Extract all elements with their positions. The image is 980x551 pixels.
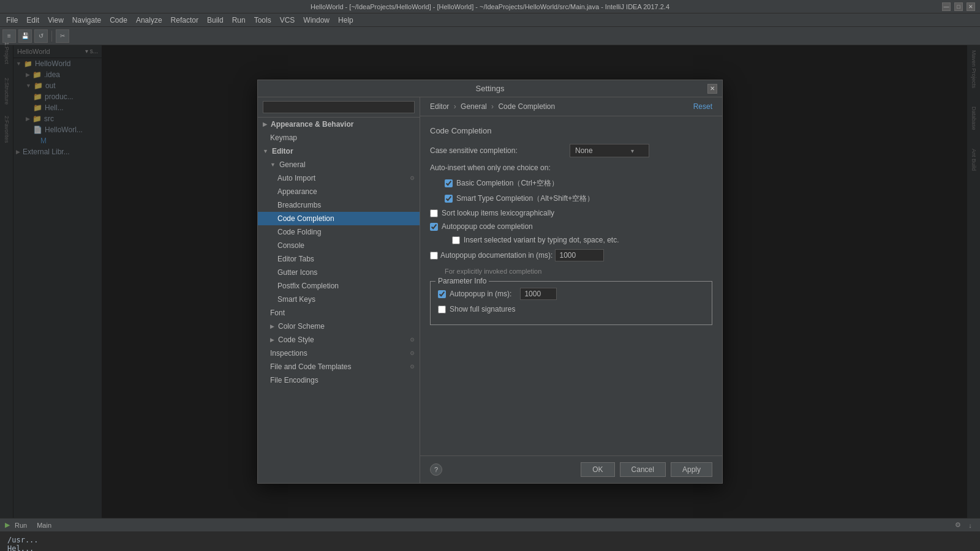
nav-item-keymap[interactable]: Keymap bbox=[258, 131, 420, 144]
nav-arrow-appearance: ▶ bbox=[263, 121, 267, 127]
smart-completion-row: Smart Type Completion（Alt+Shift+空格） bbox=[430, 193, 712, 204]
toolbar-btn-2[interactable]: 💾 bbox=[18, 29, 32, 43]
maximize-icon: □ bbox=[957, 4, 960, 10]
nav-item-appearance[interactable]: ▶ Appearance & Behavior bbox=[258, 118, 420, 131]
nav-item-editor[interactable]: ▼ Editor bbox=[258, 144, 420, 158]
autopopup-doc-input[interactable] bbox=[555, 249, 604, 261]
nav-item-gutter-icons[interactable]: Gutter Icons bbox=[258, 266, 420, 279]
parameter-info-box: Parameter Info Autopopup in (ms): Show f… bbox=[430, 281, 712, 325]
toolbar: ≡ 💾 ↺ ✂ bbox=[0, 27, 980, 45]
nav-label-editor-tabs: Editor Tabs bbox=[277, 255, 314, 263]
auto-insert-row: Auto-insert when only one choice on: bbox=[430, 163, 712, 172]
settings-search-input[interactable] bbox=[263, 101, 415, 113]
menu-file[interactable]: File bbox=[2, 15, 21, 26]
run-play-icon: ▶ bbox=[5, 521, 10, 529]
cancel-button[interactable]: Cancel bbox=[620, 462, 666, 477]
basic-completion-label: Basic Completion（Ctrl+空格） bbox=[456, 178, 559, 189]
nav-item-smart-keys[interactable]: Smart Keys bbox=[258, 293, 420, 306]
search-container bbox=[258, 97, 420, 118]
nav-label-editor: Editor bbox=[272, 147, 293, 156]
nav-item-editor-tabs[interactable]: Editor Tabs bbox=[258, 252, 420, 266]
maximize-button[interactable]: □ bbox=[954, 2, 963, 11]
basic-completion-checkbox[interactable] bbox=[445, 179, 453, 187]
nav-item-inspections[interactable]: Inspections ⚙ bbox=[258, 347, 420, 360]
reset-button[interactable]: Reset bbox=[693, 102, 712, 111]
menu-build[interactable]: Build bbox=[203, 15, 227, 26]
nav-arrow-general: ▼ bbox=[270, 162, 276, 168]
autopopup-doc-label: Autopopup documentation in (ms): bbox=[440, 251, 552, 260]
breadcrumb-editor: Editor bbox=[430, 102, 449, 111]
param-autopopup-checkbox[interactable] bbox=[438, 290, 446, 298]
breadcrumb-code-completion: Code Completion bbox=[498, 102, 555, 111]
param-autopopup-label: Autopopup in (ms): bbox=[450, 290, 511, 298]
nav-label-smart-keys: Smart Keys bbox=[277, 295, 315, 304]
breadcrumb-text: Editor › General › Code Completion bbox=[430, 102, 555, 111]
show-full-sig-row: Show full signatures bbox=[438, 305, 704, 313]
autopopup-doc-checkbox[interactable] bbox=[430, 252, 438, 260]
minimize-button[interactable]: — bbox=[942, 2, 951, 11]
menu-navigate[interactable]: Navigate bbox=[69, 15, 105, 26]
menu-code[interactable]: Code bbox=[106, 15, 131, 26]
run-gear-button[interactable]: ⚙ bbox=[953, 520, 963, 530]
param-autopopup-input[interactable] bbox=[520, 288, 557, 300]
menu-refactor[interactable]: Refactor bbox=[167, 15, 202, 26]
nav-gear-file-templates: ⚙ bbox=[410, 364, 415, 370]
autopopup-checkbox[interactable] bbox=[430, 223, 438, 231]
menu-help[interactable]: Help bbox=[334, 15, 357, 26]
menu-window[interactable]: Window bbox=[300, 15, 333, 26]
nav-label-appearance: Appearance & Behavior bbox=[271, 120, 353, 129]
run-download-button[interactable]: ↓ bbox=[965, 520, 975, 530]
menu-edit[interactable]: Edit bbox=[23, 15, 43, 26]
nav-item-autoimport[interactable]: Auto Import ⚙ bbox=[258, 171, 420, 185]
toolbar-btn-3[interactable]: ↺ bbox=[34, 29, 48, 43]
dialog-close-button[interactable]: ✕ bbox=[707, 84, 717, 94]
menu-analyze[interactable]: Analyze bbox=[132, 15, 166, 26]
nav-label-appearance2: Appearance bbox=[277, 187, 317, 196]
nav-arrow-color: ▶ bbox=[270, 323, 274, 329]
insert-variant-label: Insert selected variant by typing dot, s… bbox=[464, 236, 619, 244]
autopopup-doc-hint: For explicitly invoked completion bbox=[430, 268, 712, 275]
nav-item-file-encodings[interactable]: File Encodings bbox=[258, 373, 420, 387]
window-controls: — □ ✕ bbox=[942, 2, 975, 11]
case-sensitive-dropdown[interactable]: None ▾ None First Letter All bbox=[570, 144, 649, 157]
nav-item-breadcrumbs[interactable]: Breadcrumbs bbox=[258, 198, 420, 212]
smart-completion-checkbox[interactable] bbox=[445, 195, 453, 203]
nav-item-color-scheme[interactable]: ▶ Color Scheme bbox=[258, 320, 420, 333]
menu-tools[interactable]: Tools bbox=[251, 15, 275, 26]
nav-label-font: Font bbox=[270, 309, 285, 317]
nav-item-code-folding[interactable]: Code Folding bbox=[258, 225, 420, 239]
param-autopopup-row: Autopopup in (ms): bbox=[438, 288, 704, 300]
toolbar-btn-1[interactable]: ≡ bbox=[2, 29, 16, 43]
apply-button[interactable]: Apply bbox=[671, 462, 712, 477]
help-button[interactable]: ? bbox=[430, 463, 442, 476]
case-sensitive-row: Case sensitive completion: None ▾ None F… bbox=[430, 144, 712, 157]
title-bar: HelloWorld - [~/IdeaProjects/HelloWorld]… bbox=[0, 0, 980, 13]
close-button[interactable]: ✕ bbox=[967, 2, 975, 11]
sort-lookup-checkbox[interactable] bbox=[430, 209, 438, 217]
sort-lookup-label: Sort lookup items lexicographically bbox=[442, 209, 554, 217]
ok-button[interactable]: OK bbox=[581, 462, 614, 477]
show-full-sig-checkbox[interactable] bbox=[438, 305, 446, 313]
toolbar-separator bbox=[51, 31, 52, 42]
nav-item-postfix[interactable]: Postfix Completion bbox=[258, 279, 420, 293]
breadcrumb-sep1: › bbox=[454, 102, 458, 111]
nav-item-appearance[interactable]: Appearance bbox=[258, 185, 420, 198]
section-title: Code Completion bbox=[430, 126, 712, 135]
nav-item-general[interactable]: ▼ General bbox=[258, 158, 420, 171]
menu-view[interactable]: View bbox=[44, 15, 67, 26]
nav-item-code-completion[interactable]: Code Completion bbox=[258, 212, 420, 225]
nav-item-file-templates[interactable]: File and Code Templates ⚙ bbox=[258, 360, 420, 373]
nav-item-font[interactable]: Font bbox=[258, 306, 420, 320]
nav-label-code-folding: Code Folding bbox=[277, 228, 321, 236]
toolbar-btn-4[interactable]: ✂ bbox=[56, 29, 69, 43]
nav-label-file-encodings: File Encodings bbox=[270, 376, 318, 384]
nav-label-general: General bbox=[279, 160, 306, 169]
nav-item-console[interactable]: Console bbox=[258, 239, 420, 252]
autopopup-row: Autopopup code completion bbox=[430, 222, 712, 231]
menu-run[interactable]: Run bbox=[228, 15, 249, 26]
nav-item-code-style[interactable]: ▶ Code Style ⚙ bbox=[258, 333, 420, 347]
nav-label-inspections: Inspections bbox=[270, 349, 307, 358]
menu-vcs[interactable]: VCS bbox=[276, 15, 299, 26]
insert-variant-checkbox[interactable] bbox=[452, 236, 460, 244]
dialog-title: Settings bbox=[476, 84, 505, 93]
